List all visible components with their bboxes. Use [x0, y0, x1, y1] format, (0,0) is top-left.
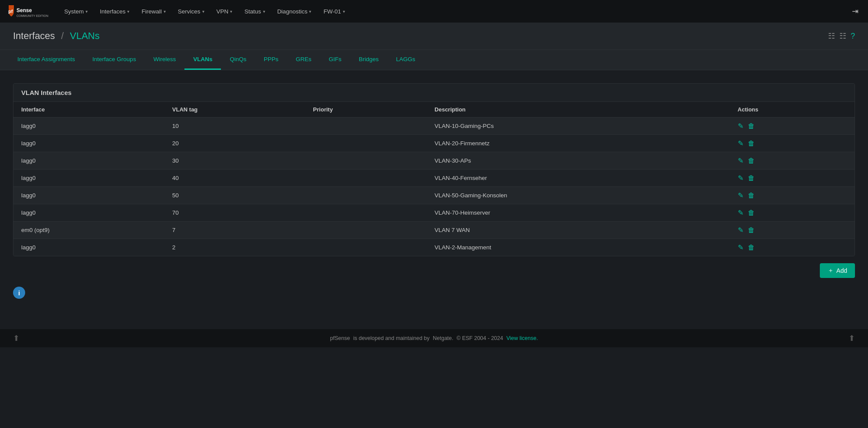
- nav-firewall[interactable]: Firewall ▾: [136, 6, 171, 17]
- brand-logo[interactable]: pf Sense COMMUNITY EDITION: [5, 3, 53, 19]
- delete-icon[interactable]: 🗑: [748, 174, 755, 182]
- tab-gifs[interactable]: GIFs: [320, 50, 350, 70]
- cell-vlan-tag: 7: [164, 222, 306, 239]
- edit-icon[interactable]: ✎: [738, 174, 743, 182]
- cell-description: VLAN-30-APs: [427, 152, 730, 170]
- nav-system[interactable]: System ▾: [59, 6, 93, 17]
- tab-ppps[interactable]: PPPs: [255, 50, 287, 70]
- cell-interface: lagg0: [13, 204, 164, 222]
- edit-icon[interactable]: ✎: [738, 209, 743, 217]
- tabs-bar: Interface Assignments Interface Groups W…: [0, 50, 868, 70]
- cell-actions: ✎🗑: [730, 135, 855, 152]
- tab-interface-groups[interactable]: Interface Groups: [84, 50, 145, 70]
- cell-description: VLAN-20-Firmennetz: [427, 135, 730, 152]
- plus-icon: ＋: [828, 267, 834, 274]
- nav-diagnostics[interactable]: Diagnostics ▾: [272, 6, 317, 17]
- cell-actions: ✎🗑: [730, 239, 855, 256]
- info-section: i: [13, 287, 855, 299]
- chevron-down-icon: ▾: [164, 9, 166, 14]
- cell-vlan-tag: 50: [164, 187, 306, 204]
- table-row: lagg050VLAN-50-Gaming-Konsolen✎🗑: [13, 187, 855, 204]
- tab-bridges[interactable]: Bridges: [350, 50, 388, 70]
- sign-out-icon[interactable]: ⇥: [848, 4, 863, 19]
- vlan-table-card: VLAN Interfaces Interface VLAN tag Prior…: [13, 83, 855, 256]
- edit-icon[interactable]: ✎: [738, 226, 743, 234]
- cell-interface: lagg0: [13, 118, 164, 135]
- table-title: VLAN Interfaces: [13, 84, 855, 102]
- cell-priority: [305, 118, 427, 135]
- delete-icon[interactable]: 🗑: [748, 140, 755, 147]
- cell-priority: [305, 170, 427, 187]
- chevron-down-icon: ▾: [202, 9, 204, 14]
- cell-interface: lagg0: [13, 239, 164, 256]
- footer-scroll-up-icon[interactable]: ⬆: [13, 333, 20, 343]
- tab-laggs[interactable]: LAGGs: [388, 50, 424, 70]
- delete-icon[interactable]: 🗑: [748, 192, 755, 199]
- cell-description: VLAN-50-Gaming-Konsolen: [427, 187, 730, 204]
- col-vlan-tag: VLAN tag: [164, 102, 306, 118]
- chevron-down-icon: ▾: [263, 9, 265, 14]
- add-btn-row: ＋ Add: [13, 263, 855, 278]
- delete-icon[interactable]: 🗑: [748, 157, 755, 165]
- cell-vlan-tag: 2: [164, 239, 306, 256]
- header-icons: ☷ ☷ ?: [828, 31, 855, 41]
- delete-icon[interactable]: 🗑: [748, 244, 755, 252]
- cell-interface: lagg0: [13, 152, 164, 170]
- table-row: lagg020VLAN-20-Firmennetz✎🗑: [13, 135, 855, 152]
- cell-priority: [305, 222, 427, 239]
- breadcrumb: Interfaces / VLANs: [13, 30, 99, 42]
- nav-fw01[interactable]: FW-01 ▾: [318, 6, 350, 17]
- cell-priority: [305, 152, 427, 170]
- cell-vlan-tag: 70: [164, 204, 306, 222]
- edit-icon[interactable]: ✎: [738, 191, 743, 199]
- cell-interface: lagg0: [13, 170, 164, 187]
- tab-wireless[interactable]: Wireless: [145, 50, 184, 70]
- cell-priority: [305, 187, 427, 204]
- nav-services[interactable]: Services ▾: [173, 6, 210, 17]
- cell-description: VLAN 7 WAN: [427, 222, 730, 239]
- breadcrumb-current: VLANs: [70, 30, 99, 41]
- view-license-link[interactable]: View license.: [506, 335, 538, 341]
- table-row: lagg070VLAN-70-Heimserver✎🗑: [13, 204, 855, 222]
- edit-icon[interactable]: ✎: [738, 122, 743, 130]
- main-content: VLAN Interfaces Interface VLAN tag Prior…: [0, 70, 868, 312]
- info-icon[interactable]: i: [13, 287, 25, 299]
- help-icon[interactable]: ?: [851, 32, 855, 41]
- edit-icon[interactable]: ✎: [738, 139, 743, 147]
- tab-vlans[interactable]: VLANs: [184, 50, 221, 70]
- delete-icon[interactable]: 🗑: [748, 226, 755, 234]
- footer-scroll-down-icon[interactable]: ⬆: [848, 333, 855, 343]
- chevron-down-icon: ▾: [127, 9, 129, 14]
- table-row: em0 (opt9)7VLAN 7 WAN✎🗑: [13, 222, 855, 239]
- chevron-down-icon: ▾: [309, 9, 311, 14]
- table-row: lagg030VLAN-30-APs✎🗑: [13, 152, 855, 170]
- cell-priority: [305, 204, 427, 222]
- col-interface: Interface: [13, 102, 164, 118]
- list-icon[interactable]: ☷: [828, 31, 835, 41]
- nav-vpn[interactable]: VPN ▾: [211, 6, 238, 17]
- delete-icon[interactable]: 🗑: [748, 122, 755, 130]
- tab-qinqs[interactable]: QinQs: [221, 50, 255, 70]
- chart-icon[interactable]: ☷: [839, 31, 846, 41]
- nav-interfaces[interactable]: Interfaces ▾: [95, 6, 135, 17]
- col-priority: Priority: [305, 102, 427, 118]
- svg-text:COMMUNITY EDITION: COMMUNITY EDITION: [16, 14, 48, 17]
- col-description: Description: [427, 102, 730, 118]
- svg-text:Sense: Sense: [16, 7, 32, 13]
- cell-actions: ✎🗑: [730, 187, 855, 204]
- breadcrumb-root: Interfaces: [13, 30, 55, 41]
- chevron-down-icon: ▾: [230, 9, 232, 14]
- edit-icon[interactable]: ✎: [738, 243, 743, 252]
- delete-icon[interactable]: 🗑: [748, 209, 755, 217]
- cell-vlan-tag: 30: [164, 152, 306, 170]
- nav-status[interactable]: Status ▾: [239, 6, 270, 17]
- cell-actions: ✎🗑: [730, 118, 855, 135]
- add-button[interactable]: ＋ Add: [820, 263, 855, 278]
- edit-icon[interactable]: ✎: [738, 157, 743, 165]
- chevron-down-icon: ▾: [343, 9, 345, 14]
- tab-interface-assignments[interactable]: Interface Assignments: [9, 50, 84, 70]
- cell-vlan-tag: 20: [164, 135, 306, 152]
- tab-gres[interactable]: GREs: [287, 50, 320, 70]
- cell-interface: lagg0: [13, 135, 164, 152]
- table-row: lagg02VLAN-2-Management✎🗑: [13, 239, 855, 256]
